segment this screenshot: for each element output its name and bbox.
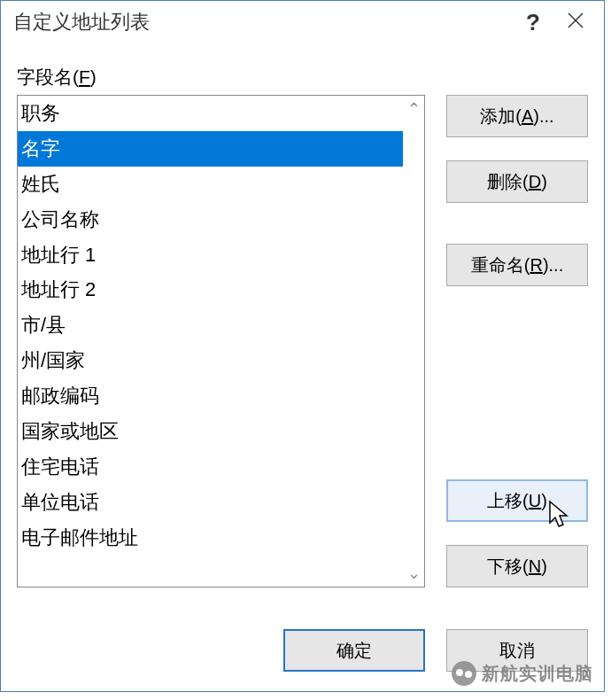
list-item[interactable]: 住宅电话: [18, 449, 403, 485]
listbox-items: 职务 名字 姓氏 公司名称 地址行 1 地址行 2 市/县 州/国家 邮政编码 …: [18, 96, 403, 587]
watermark: 新航实训电脑: [452, 661, 593, 686]
list-item[interactable]: 姓氏: [18, 167, 403, 202]
list-item[interactable]: 公司名称: [18, 202, 403, 237]
list-item[interactable]: 电子邮件地址: [18, 520, 403, 556]
move-down-button[interactable]: 下移(N): [446, 545, 588, 587]
list-item[interactable]: 地址行 1: [18, 237, 403, 273]
list-item[interactable]: 邮政编码: [18, 378, 403, 414]
close-icon: [567, 12, 584, 29]
list-item[interactable]: 市/县: [18, 307, 403, 343]
dialog-window: 自定义地址列表 ? 字段名(F) 职务 名字 姓氏 公司名称 地址行 1: [0, 0, 605, 692]
titlebar-title: 自定义地址列表: [13, 9, 512, 35]
list-item[interactable]: 地址行 2: [18, 272, 403, 307]
main-row: 职务 名字 姓氏 公司名称 地址行 1 地址行 2 市/县 州/国家 邮政编码 …: [17, 95, 588, 608]
scrollbar[interactable]: ⌃ ⌄: [403, 96, 424, 587]
help-button[interactable]: ?: [512, 9, 554, 36]
list-item[interactable]: 单位电话: [18, 485, 403, 520]
list-item[interactable]: 国家或地区: [18, 414, 403, 449]
watermark-text: 新航实训电脑: [482, 662, 593, 686]
rename-button[interactable]: 重命名(R)...: [446, 244, 588, 286]
list-item[interactable]: 名字: [18, 131, 403, 167]
field-listbox[interactable]: 职务 名字 姓氏 公司名称 地址行 1 地址行 2 市/县 州/国家 邮政编码 …: [17, 95, 425, 587]
scroll-up-icon[interactable]: ⌃: [403, 101, 424, 117]
list-item[interactable]: 职务: [18, 96, 403, 131]
add-button[interactable]: 添加(A)...: [446, 95, 588, 137]
list-item[interactable]: 州/国家: [18, 343, 403, 378]
wechat-icon: [452, 661, 476, 686]
titlebar: 自定义地址列表 ?: [1, 1, 604, 43]
ok-button[interactable]: 确定: [283, 629, 425, 672]
delete-button[interactable]: 删除(D): [446, 160, 588, 203]
close-button[interactable]: [554, 12, 597, 34]
move-up-button[interactable]: 上移(U): [446, 479, 588, 522]
content-area: 字段名(F) 职务 名字 姓氏 公司名称 地址行 1 地址行 2 市/县 州/国…: [1, 43, 604, 691]
field-name-label: 字段名(F): [17, 65, 588, 89]
side-buttons: 添加(A)... 删除(D) 重命名(R)... 上移(U) 下移(N): [446, 95, 588, 587]
scroll-down-icon[interactable]: ⌄: [403, 565, 424, 581]
